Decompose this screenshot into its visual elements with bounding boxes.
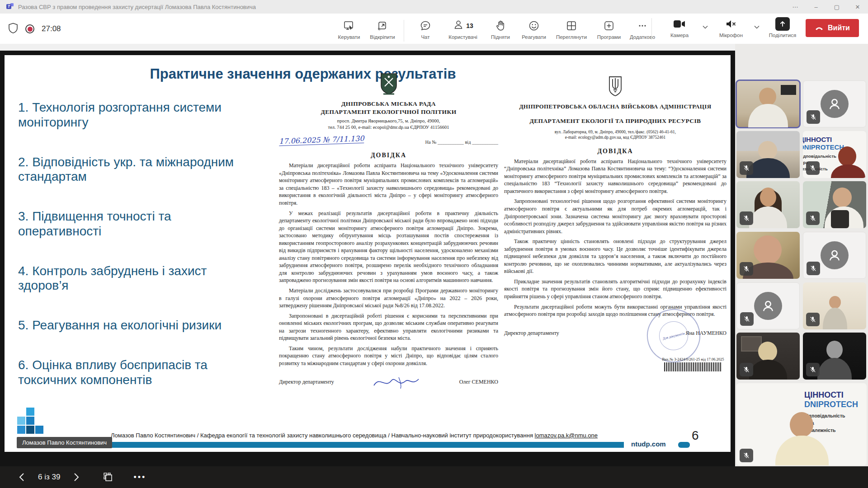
presenter-name-tag: Ломазов Павло Костянтинович [17,437,112,448]
footer-divider-dash [678,442,690,448]
participant-tile-video[interactable] [736,181,800,228]
city-emblem [279,72,498,98]
participant-tile-video[interactable] [736,333,800,380]
mic-muted-icon [806,313,820,326]
teams-meeting-window: T Разова СВР з правом проведення захисту… [0,0,868,488]
camera-icon [673,17,686,31]
signature-role: Директор департаменту [279,379,334,385]
slide-footer-author: Ломазов Павло Костянтинович / Кафедра ек… [111,432,680,439]
apps-button[interactable]: Програми [592,19,626,40]
stage-top-strip [0,44,735,51]
mic-muted-icon [807,262,820,275]
microphone-chevron-down-icon[interactable] [754,23,760,31]
unpin-button[interactable]: Відкріпити [366,19,399,40]
meeting-timer: 27:08 [42,24,61,33]
participant-tile-avatar[interactable] [736,282,800,329]
document-heading: ДОВІДКА [504,148,726,155]
document-city-council: ДНІПРОВСЬКА МІСЬКА РАДА ДЕПАРТАМЕНТ ЕКОЛ… [279,72,498,391]
mic-muted-icon [806,161,820,175]
mic-muted-icon [740,363,753,376]
document-paragraph: Матеріали дисертаційної роботи аспіранта… [504,158,726,195]
slide-sorter-icon[interactable] [98,466,118,488]
document-paragraph: Результати дисертаційної роботи можуть б… [504,303,726,318]
slide-point: 1. Технологія розгортання системи моніто… [18,100,243,130]
document-paragraph: Запропоновані технологічні рішення щодо … [504,197,726,235]
leave-meeting-button[interactable]: Вийти [806,19,859,37]
smiley-icon [528,19,540,33]
participant-tile-video[interactable] [803,282,866,329]
org-address: вул. Лабораторна, 69, м. Дніпро, 49000, … [504,129,726,141]
participant-tile-avatar[interactable] [803,232,866,279]
participant-tile-video[interactable] [803,333,866,380]
slide-point: 5. Реагування на екологічні ризики [18,318,243,333]
document-military-administration: ДНІПРОПЕТРОВСЬКА ОБЛАСНА ВІЙСЬКОВА АДМІН… [504,76,726,337]
more-slide-options-icon[interactable]: ••• [130,466,150,488]
chat-button[interactable]: Чат [409,19,442,40]
next-slide-button[interactable] [66,466,86,488]
slide-point: 6. Оцінка впливу боєприпасів та токсични… [18,358,243,388]
window-minimize-icon[interactable]: – [806,0,826,14]
mic-muted-icon [806,363,820,376]
window-titlebar: T Разова СВР з правом проведення захисту… [0,0,868,14]
grid-view-icon [566,19,577,33]
signature-name: Олег СЕМЕНКО [459,379,498,385]
camera-button[interactable]: Камера [663,17,696,38]
window-close-icon[interactable]: ✕ [847,0,868,14]
participant-tile-active-speaker[interactable] [736,80,800,127]
avatar-icon [754,292,782,320]
avatar-icon [821,90,849,118]
participants-sidebar: ЦІННОСТІ DNIPROTECH відповідальність вір… [735,44,868,466]
participant-tile-video-large[interactable]: ЦІННОСТІ DNIPROTECH відповідальність вір… [736,383,867,465]
react-button[interactable]: Реагувати [517,19,551,40]
screen-control-icon [343,19,355,33]
document-paragraph: Матеріали дисертаційної роботи аспіранта… [279,162,498,206]
presentation-slide: Практичне значення одержаних результатів… [5,55,731,452]
slide-point: 2. Відповідність укр. та міжнародним ста… [18,155,243,185]
raise-hand-button[interactable]: Підняти [484,19,517,40]
handwritten-reference: 17.06.2025 № 7/11.130 [279,134,364,146]
participant-tile-video[interactable] [736,131,800,178]
mic-muted-icon [740,211,753,225]
slide-page-indicator: 6 із 39 [38,473,60,482]
mic-muted-icon [740,161,753,175]
camera-chevron-down-icon[interactable] [703,23,708,31]
poster-text: ЦІННОСТІ DNIPROTECH відповідальність вір… [804,390,867,433]
previous-slide-button[interactable] [12,466,32,488]
signature-scribble [372,374,421,391]
document-paragraph: Матеріали досліджень застосовувалися при… [279,287,498,310]
org-department: ДЕПАРТАМЕНТ ЕКОЛОГІЇ ТА ПРИРОДНИХ РЕСУРС… [504,117,726,125]
participants-button[interactable]: 13 Користувачі [442,19,484,40]
control-button[interactable]: Керувати [332,19,366,40]
chat-icon [420,19,431,33]
mic-muted-icon [740,262,753,276]
document-paragraph: Таким чином, результати дослідження набу… [279,345,498,367]
window-more-icon[interactable]: ⋯ [785,0,806,14]
toolbar-divider [651,18,652,40]
participant-tile-video-poster[interactable]: ЦІННОСТІ DNIPROTECH відповідальність вір… [803,131,866,178]
raise-hand-icon [495,19,506,33]
popout-icon [377,19,388,33]
outgoing-reference: Вих.№ 3-2424/0/261-25 від 17.06.2025 [657,357,729,361]
recording-indicator-icon [25,24,34,33]
participant-tile-avatar[interactable] [803,80,866,127]
shield-icon [8,23,18,35]
document-paragraph: Прикладне значення результатів становлят… [504,278,726,300]
microphone-button[interactable]: Мікрофон [714,17,748,38]
slide-bullet-list: 1. Технологія розгортання системи моніто… [18,100,243,412]
participants-count-badge: 13 [466,22,473,29]
document-paragraph: У межах реалізації результатів дисертаці… [279,210,498,284]
slide-page-number: 6 [692,428,699,443]
share-button[interactable]: Поділитися [766,17,799,38]
phone-hangup-icon [815,24,824,32]
barcode [664,362,722,371]
view-button[interactable]: Переглянути [551,19,592,40]
slide-point: 3. Підвищення точності та оперативності [18,209,243,239]
presenter-bottom-bar: 6 із 39 ••• [0,466,868,488]
trident-emblem [504,76,726,99]
people-icon [453,19,464,33]
reference-blank-line: На № ___________ від ___________ [425,140,498,145]
participant-tile-video[interactable] [803,181,866,228]
participant-tile-video[interactable] [736,232,800,279]
window-maximize-icon[interactable]: ▢ [826,0,847,14]
author-email: lomazov.pa.k@nmu.one [535,432,598,439]
